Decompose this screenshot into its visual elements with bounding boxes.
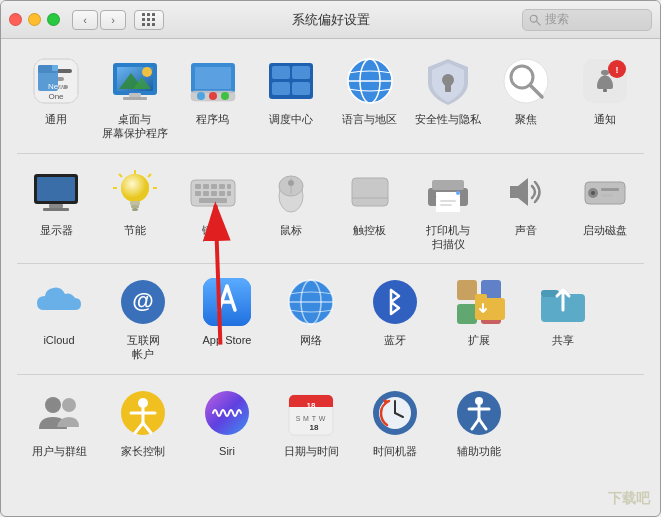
svg-rect-18: [129, 93, 141, 97]
svg-text:New: New: [48, 82, 64, 91]
svg-point-0: [530, 15, 537, 22]
search-box[interactable]: 搜索: [522, 9, 652, 31]
timemachine-icon: [369, 387, 421, 439]
maximize-button[interactable]: [47, 13, 60, 26]
svg-rect-99: [457, 280, 477, 300]
window-title: 系统偏好设置: [292, 11, 370, 29]
forward-button[interactable]: ›: [100, 10, 126, 30]
svg-rect-51: [130, 201, 140, 205]
row-3: iCloud @ 互联网 帐户: [17, 272, 644, 375]
appstore-icon: [201, 276, 253, 328]
mission-label: 调度中心: [269, 112, 313, 126]
svg-rect-67: [211, 191, 217, 196]
pref-dock[interactable]: 程序坞: [174, 51, 252, 130]
network-icon: [285, 276, 337, 328]
internetaccounts-icon: @: [117, 276, 169, 328]
pref-extensions[interactable]: 扩展: [437, 272, 521, 351]
svg-point-108: [62, 398, 76, 412]
pref-startup[interactable]: 启动磁盘: [566, 162, 644, 241]
traffic-lights: [9, 13, 60, 26]
mouse-label: 鼠标: [280, 223, 302, 237]
pref-internetaccounts[interactable]: @ 互联网 帐户: [101, 272, 185, 366]
app-grid-button[interactable]: [134, 10, 164, 30]
svg-rect-29: [272, 82, 290, 95]
general-icon: New One: [30, 55, 82, 107]
minimize-button[interactable]: [28, 13, 41, 26]
svg-point-107: [45, 397, 61, 413]
svg-text:M: M: [303, 415, 309, 422]
pref-language[interactable]: 语言与地区: [331, 51, 409, 130]
svg-rect-46: [37, 177, 75, 201]
pref-keyboard[interactable]: 键盘: [174, 162, 252, 241]
pref-sound[interactable]: 声音: [487, 162, 565, 241]
svg-text:@: @: [132, 288, 153, 313]
svg-line-56: [148, 174, 151, 177]
printers-icon: [422, 166, 474, 218]
svg-rect-19: [123, 97, 147, 100]
svg-text:W: W: [319, 415, 326, 422]
pref-general[interactable]: New One 通用: [17, 51, 95, 130]
pref-mouse[interactable]: 鼠标: [252, 162, 330, 241]
svg-rect-88: [601, 188, 619, 191]
accessibility-label: 辅助功能: [457, 444, 501, 458]
svg-line-1: [537, 21, 540, 24]
pref-bluetooth[interactable]: 蓝牙: [353, 272, 437, 351]
internetaccounts-label: 互联网 帐户: [127, 333, 160, 362]
svg-rect-104: [475, 294, 487, 300]
bluetooth-icon: [369, 276, 421, 328]
pref-parental[interactable]: 家长控制: [101, 383, 185, 462]
general-label: 通用: [45, 112, 67, 126]
svg-marker-84: [510, 178, 528, 206]
svg-rect-66: [203, 191, 209, 196]
back-button[interactable]: ‹: [72, 10, 98, 30]
pref-trackpad[interactable]: 触控板: [331, 162, 409, 241]
pref-displays[interactable]: 显示器: [17, 162, 95, 241]
svg-rect-89: [601, 194, 613, 197]
close-button[interactable]: [9, 13, 22, 26]
displays-icon: [30, 166, 82, 218]
pref-siri[interactable]: Siri: [185, 383, 269, 462]
pref-sharing[interactable]: 共享: [521, 272, 605, 351]
row-4: 用户与群组 家长控制: [17, 383, 644, 470]
pref-users[interactable]: 用户与群组: [17, 383, 101, 462]
mission-icon: [265, 55, 317, 107]
svg-rect-36: [445, 84, 451, 92]
svg-rect-70: [199, 198, 227, 203]
parental-label: 家长控制: [121, 444, 165, 458]
svg-rect-63: [219, 184, 225, 189]
pref-timemachine[interactable]: 时间机器: [353, 383, 437, 462]
printers-label: 打印机与 扫描仪: [426, 223, 470, 252]
svg-rect-101: [457, 304, 477, 324]
svg-point-24: [209, 92, 217, 100]
pref-desktop[interactable]: 桌面与 屏幕保护程序: [95, 51, 173, 145]
icloud-label: iCloud: [43, 333, 74, 347]
pref-icloud[interactable]: iCloud: [17, 272, 101, 351]
pref-accessibility[interactable]: 辅助功能: [437, 383, 521, 462]
pref-security[interactable]: 安全性与隐私: [409, 51, 487, 130]
mouse-icon: [265, 166, 317, 218]
svg-point-115: [205, 391, 249, 435]
row-1: New One 通用: [17, 51, 644, 154]
pref-mission[interactable]: 调度中心: [252, 51, 330, 130]
svg-line-55: [119, 174, 122, 177]
pref-appstore[interactable]: App Store: [185, 272, 269, 351]
pref-energy[interactable]: 节能: [95, 162, 173, 241]
svg-point-98: [373, 280, 417, 324]
svg-rect-61: [203, 184, 209, 189]
trackpad-icon: [344, 166, 396, 218]
pref-datetime[interactable]: 18 S M T W 18 日期与时间: [269, 383, 353, 462]
svg-text:One: One: [49, 92, 65, 101]
pref-printers[interactable]: 打印机与 扫描仪: [409, 162, 487, 256]
svg-rect-30: [292, 82, 310, 95]
pref-notifications[interactable]: ! 通知: [566, 51, 644, 130]
svg-point-23: [197, 92, 205, 100]
search-icon: [529, 14, 541, 26]
pref-spotlight[interactable]: 聚焦: [487, 51, 565, 130]
svg-rect-27: [272, 66, 290, 79]
extensions-label: 扩展: [468, 333, 490, 347]
row-2: 显示器: [17, 162, 644, 265]
svg-rect-69: [227, 191, 231, 196]
pref-network[interactable]: 网络: [269, 272, 353, 351]
watermark: 下载吧: [608, 490, 650, 508]
sharing-icon: [537, 276, 589, 328]
